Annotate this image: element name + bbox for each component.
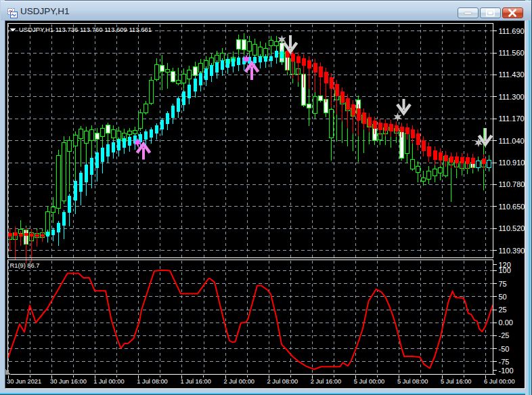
svg-text:1 Jul 00:00: 1 Jul 00:00 <box>93 378 125 385</box>
svg-text:-50: -50 <box>499 345 510 353</box>
svg-text:25: 25 <box>499 306 507 314</box>
svg-text:75: 75 <box>499 280 507 288</box>
svg-text:111.560: 111.560 <box>499 49 525 57</box>
svg-text:-100: -100 <box>499 367 514 375</box>
svg-text:110.650: 110.650 <box>499 203 525 211</box>
svg-text:111.170: 111.170 <box>499 115 525 123</box>
svg-text:6 Jul 00:00: 6 Jul 00:00 <box>484 378 515 385</box>
svg-text:111.300: 111.300 <box>499 93 525 101</box>
svg-text:USDJPY,H1 113.736 113.760 113.: USDJPY,H1 113.736 113.760 113.609 113.66… <box>19 26 152 33</box>
svg-text:0.00: 0.00 <box>499 318 513 327</box>
svg-text:30 Jun 2021: 30 Jun 2021 <box>7 378 41 385</box>
svg-text:R1(9) 86.7: R1(9) 86.7 <box>10 262 40 269</box>
svg-text:1 Jul 08:00: 1 Jul 08:00 <box>137 378 168 385</box>
svg-text:111.430: 111.430 <box>499 70 525 79</box>
svg-text:111.040: 111.040 <box>499 137 525 145</box>
svg-text:110.910: 110.910 <box>499 159 525 167</box>
svg-text:1 Jul 16:00: 1 Jul 16:00 <box>180 378 211 385</box>
svg-text:30 Jun 16:00: 30 Jun 16:00 <box>50 378 87 385</box>
svg-text:-25: -25 <box>499 331 510 339</box>
svg-text:2 Jul 08:00: 2 Jul 08:00 <box>267 378 298 385</box>
svg-text:100: 100 <box>499 266 511 274</box>
svg-text:110.390: 110.390 <box>499 247 525 255</box>
svg-text:110.780: 110.780 <box>499 180 525 188</box>
svg-text:111.690: 111.690 <box>499 27 525 35</box>
svg-text:5 Jul 08:00: 5 Jul 08:00 <box>397 378 428 385</box>
svg-text:-75: -75 <box>499 358 510 366</box>
svg-text:110.520: 110.520 <box>499 224 525 232</box>
svg-text:5 Jul 00:00: 5 Jul 00:00 <box>354 378 385 385</box>
svg-text:50: 50 <box>499 293 507 301</box>
svg-text:5 Jul 16:00: 5 Jul 16:00 <box>441 378 472 385</box>
svg-text:2 Jul 16:00: 2 Jul 16:00 <box>311 378 342 385</box>
svg-text:2 Jul 00:00: 2 Jul 00:00 <box>224 378 255 385</box>
